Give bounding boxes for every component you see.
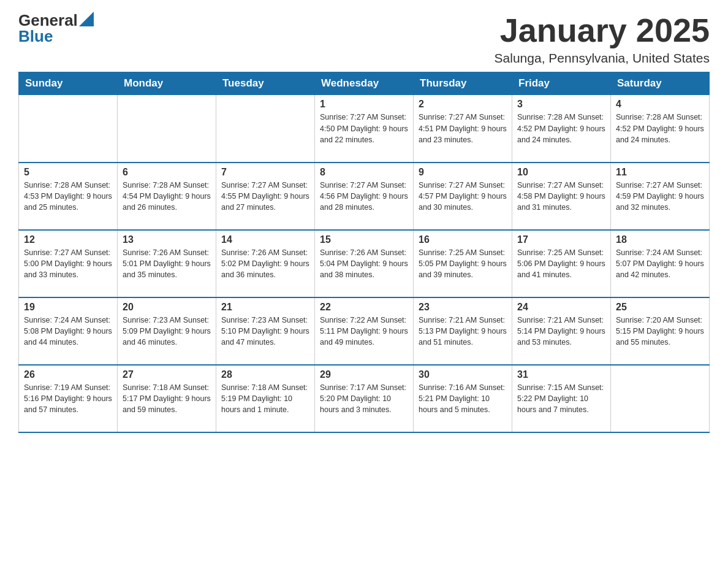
day-number: 17: [517, 234, 605, 245]
day-info: Sunrise: 7:18 AM Sunset: 5:17 PM Dayligh…: [123, 382, 211, 415]
calendar-body: 1Sunrise: 7:27 AM Sunset: 4:50 PM Daylig…: [19, 95, 710, 432]
day-info: Sunrise: 7:16 AM Sunset: 5:21 PM Dayligh…: [419, 382, 507, 415]
title-block-2: January 2025 Salunga, Pennsylvania, Unit…: [495, 12, 710, 66]
calendar-cell: 20Sunrise: 7:23 AM Sunset: 5:09 PM Dayli…: [118, 297, 216, 365]
month-year-title: January 2025: [495, 12, 710, 48]
day-number: 14: [221, 234, 309, 245]
day-number: 20: [123, 302, 211, 313]
calendar-cell: 25Sunrise: 7:20 AM Sunset: 5:15 PM Dayli…: [611, 297, 710, 365]
day-header-tuesday: Tuesday: [216, 72, 315, 95]
day-number: 10: [517, 167, 605, 178]
calendar-cell: [19, 95, 118, 163]
logo-flag-icon: [79, 12, 94, 26]
day-info: Sunrise: 7:23 AM Sunset: 5:09 PM Dayligh…: [123, 315, 211, 348]
day-info: Sunrise: 7:24 AM Sunset: 5:07 PM Dayligh…: [616, 247, 704, 280]
day-number: 3: [517, 99, 605, 110]
week-row-1: 1Sunrise: 7:27 AM Sunset: 4:50 PM Daylig…: [19, 95, 710, 163]
calendar-cell: 4Sunrise: 7:28 AM Sunset: 4:52 PM Daylig…: [611, 95, 710, 163]
calendar-cell: 23Sunrise: 7:21 AM Sunset: 5:13 PM Dayli…: [414, 297, 512, 365]
calendar-cell: 29Sunrise: 7:17 AM Sunset: 5:20 PM Dayli…: [315, 365, 414, 432]
day-info: Sunrise: 7:24 AM Sunset: 5:08 PM Dayligh…: [24, 315, 112, 348]
calendar-header: SundayMondayTuesdayWednesdayThursdayFrid…: [19, 72, 710, 95]
calendar-cell: 22Sunrise: 7:22 AM Sunset: 5:11 PM Dayli…: [315, 297, 414, 365]
day-number: 31: [517, 369, 605, 380]
day-number: 8: [320, 167, 408, 178]
day-number: 1: [320, 99, 408, 110]
calendar-cell: 26Sunrise: 7:19 AM Sunset: 5:16 PM Dayli…: [19, 365, 118, 432]
logo-general-text: General: [18, 12, 78, 28]
calendar-cell: 28Sunrise: 7:18 AM Sunset: 5:19 PM Dayli…: [216, 365, 315, 432]
day-info: Sunrise: 7:27 AM Sunset: 4:56 PM Dayligh…: [320, 180, 408, 213]
day-number: 5: [24, 167, 112, 178]
calendar-cell: 8Sunrise: 7:27 AM Sunset: 4:56 PM Daylig…: [315, 163, 414, 230]
day-info: Sunrise: 7:17 AM Sunset: 5:20 PM Dayligh…: [320, 382, 408, 415]
calendar-cell: 21Sunrise: 7:23 AM Sunset: 5:10 PM Dayli…: [216, 297, 315, 365]
day-info: Sunrise: 7:20 AM Sunset: 5:15 PM Dayligh…: [616, 315, 704, 348]
calendar-cell: 30Sunrise: 7:16 AM Sunset: 5:21 PM Dayli…: [414, 365, 512, 432]
day-number: 25: [616, 302, 704, 313]
day-number: 15: [320, 234, 408, 245]
week-row-4: 19Sunrise: 7:24 AM Sunset: 5:08 PM Dayli…: [19, 297, 710, 365]
calendar-cell: 17Sunrise: 7:25 AM Sunset: 5:06 PM Dayli…: [512, 230, 611, 297]
calendar-cell: [118, 95, 216, 163]
day-number: 27: [123, 369, 211, 380]
calendar-cell: 7Sunrise: 7:27 AM Sunset: 4:55 PM Daylig…: [216, 163, 315, 230]
day-info: Sunrise: 7:23 AM Sunset: 5:10 PM Dayligh…: [221, 315, 309, 348]
calendar-cell: 9Sunrise: 7:27 AM Sunset: 4:57 PM Daylig…: [414, 163, 512, 230]
calendar-cell: [611, 365, 710, 432]
calendar-cell: [216, 95, 315, 163]
day-number: 21: [221, 302, 309, 313]
day-number: 13: [123, 234, 211, 245]
calendar-cell: 6Sunrise: 7:28 AM Sunset: 4:54 PM Daylig…: [118, 163, 216, 230]
day-info: Sunrise: 7:27 AM Sunset: 4:59 PM Dayligh…: [616, 180, 704, 213]
day-number: 24: [517, 302, 605, 313]
day-info: Sunrise: 7:28 AM Sunset: 4:53 PM Dayligh…: [24, 180, 112, 213]
day-info: Sunrise: 7:27 AM Sunset: 4:51 PM Dayligh…: [419, 112, 507, 145]
day-number: 19: [24, 302, 112, 313]
day-header-thursday: Thursday: [414, 72, 512, 95]
day-number: 12: [24, 234, 112, 245]
day-info: Sunrise: 7:21 AM Sunset: 5:14 PM Dayligh…: [517, 315, 605, 348]
calendar-cell: 12Sunrise: 7:27 AM Sunset: 5:00 PM Dayli…: [19, 230, 118, 297]
calendar-table: SundayMondayTuesdayWednesdayThursdayFrid…: [18, 72, 710, 433]
week-row-5: 26Sunrise: 7:19 AM Sunset: 5:16 PM Dayli…: [19, 365, 710, 432]
location-subtitle: Salunga, Pennsylvania, United States: [495, 51, 710, 66]
day-number: 23: [419, 302, 507, 313]
day-number: 4: [616, 99, 704, 110]
day-number: 9: [419, 167, 507, 178]
day-info: Sunrise: 7:18 AM Sunset: 5:19 PM Dayligh…: [221, 382, 309, 415]
svg-marker-1: [79, 12, 94, 26]
calendar-cell: 11Sunrise: 7:27 AM Sunset: 4:59 PM Dayli…: [611, 163, 710, 230]
calendar-cell: 3Sunrise: 7:28 AM Sunset: 4:52 PM Daylig…: [512, 95, 611, 163]
day-info: Sunrise: 7:27 AM Sunset: 4:57 PM Dayligh…: [419, 180, 507, 213]
day-info: Sunrise: 7:26 AM Sunset: 5:01 PM Dayligh…: [123, 247, 211, 280]
day-header-monday: Monday: [118, 72, 216, 95]
day-number: 22: [320, 302, 408, 313]
calendar-cell: 14Sunrise: 7:26 AM Sunset: 5:02 PM Dayli…: [216, 230, 315, 297]
calendar-cell: 31Sunrise: 7:15 AM Sunset: 5:22 PM Dayli…: [512, 365, 611, 432]
calendar-cell: 10Sunrise: 7:27 AM Sunset: 4:58 PM Dayli…: [512, 163, 611, 230]
day-info: Sunrise: 7:27 AM Sunset: 5:00 PM Dayligh…: [24, 247, 112, 280]
day-info: Sunrise: 7:27 AM Sunset: 4:55 PM Dayligh…: [221, 180, 309, 213]
calendar-cell: 15Sunrise: 7:26 AM Sunset: 5:04 PM Dayli…: [315, 230, 414, 297]
calendar-cell: 13Sunrise: 7:26 AM Sunset: 5:01 PM Dayli…: [118, 230, 216, 297]
calendar-cell: 1Sunrise: 7:27 AM Sunset: 4:50 PM Daylig…: [315, 95, 414, 163]
day-header-saturday: Saturday: [611, 72, 710, 95]
day-number: 6: [123, 167, 211, 178]
logo-blue-text: Blue: [18, 27, 53, 45]
day-number: 18: [616, 234, 704, 245]
calendar-cell: 5Sunrise: 7:28 AM Sunset: 4:53 PM Daylig…: [19, 163, 118, 230]
day-info: Sunrise: 7:19 AM Sunset: 5:16 PM Dayligh…: [24, 382, 112, 415]
day-number: 2: [419, 99, 507, 110]
calendar-cell: 16Sunrise: 7:25 AM Sunset: 5:05 PM Dayli…: [414, 230, 512, 297]
calendar-cell: 18Sunrise: 7:24 AM Sunset: 5:07 PM Dayli…: [611, 230, 710, 297]
day-header-sunday: Sunday: [19, 72, 118, 95]
day-header-wednesday: Wednesday: [315, 72, 414, 95]
week-row-2: 5Sunrise: 7:28 AM Sunset: 4:53 PM Daylig…: [19, 163, 710, 230]
week-row-3: 12Sunrise: 7:27 AM Sunset: 5:00 PM Dayli…: [19, 230, 710, 297]
day-number: 30: [419, 369, 507, 380]
day-info: Sunrise: 7:27 AM Sunset: 4:50 PM Dayligh…: [320, 112, 408, 145]
day-header-friday: Friday: [512, 72, 611, 95]
day-info: Sunrise: 7:28 AM Sunset: 4:52 PM Dayligh…: [616, 112, 704, 145]
day-info: Sunrise: 7:21 AM Sunset: 5:13 PM Dayligh…: [419, 315, 507, 348]
